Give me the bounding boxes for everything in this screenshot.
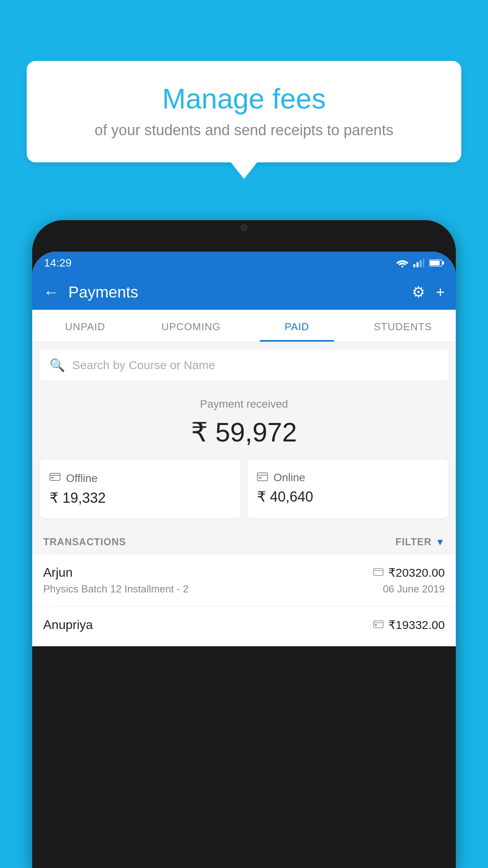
wifi-icon	[396, 259, 409, 267]
back-button[interactable]: ←	[43, 283, 59, 301]
tab-upcoming[interactable]: UPCOMING	[138, 310, 244, 342]
status-time: 14:29	[44, 257, 72, 269]
app-header: ← Payments ⚙ +	[32, 274, 456, 310]
search-icon: 🔍	[50, 358, 65, 373]
add-button[interactable]: +	[436, 284, 445, 301]
transactions-label: TRANSACTIONS	[43, 536, 126, 548]
signal-icon	[413, 259, 424, 267]
app-content: 🔍 Search by Course or Name Payment recei…	[32, 342, 456, 646]
svg-rect-18	[375, 624, 377, 626]
search-bar[interactable]: 🔍 Search by Course or Name	[40, 350, 448, 381]
svg-rect-13	[259, 477, 262, 478]
offline-amount: ₹ 19,332	[50, 490, 231, 506]
payment-cards: Offline ₹ 19,332 Online	[32, 460, 456, 529]
phone-frame: 14:29	[32, 220, 456, 868]
camera	[240, 224, 248, 231]
online-label: Online	[273, 471, 305, 484]
online-icon	[257, 472, 268, 484]
svg-rect-7	[430, 261, 440, 265]
offline-card: Offline ₹ 19,332	[40, 460, 240, 518]
transaction-arjun-amount-row: ₹20320.00	[373, 566, 445, 579]
svg-rect-2	[416, 262, 418, 267]
svg-rect-6	[442, 261, 444, 265]
transaction-arjun-date: 06 June 2019	[383, 583, 445, 595]
transaction-arjun-name: Arjun	[43, 565, 73, 580]
transaction-arjun-bottom: Physics Batch 12 Installment - 2 06 June…	[43, 583, 445, 595]
svg-point-0	[402, 266, 404, 268]
transaction-arjun-icon	[373, 566, 383, 579]
transaction-anupriya-amount: ₹19332.00	[388, 618, 445, 632]
transaction-arjun[interactable]: Arjun ₹20320.00 Physics Batch 12 Install…	[32, 554, 456, 606]
transaction-arjun-desc: Physics Batch 12 Installment - 2	[43, 583, 189, 595]
payment-received-section: Payment received ₹ 59,972	[32, 381, 456, 460]
speech-bubble: Manage fees of your students and send re…	[27, 61, 461, 162]
online-amount: ₹ 40,640	[257, 489, 438, 505]
tab-unpaid[interactable]: UNPAID	[32, 310, 138, 342]
transaction-arjun-amount: ₹20320.00	[388, 566, 445, 579]
header-title: Payments	[68, 283, 402, 301]
tab-students[interactable]: STUDENTS	[350, 310, 456, 342]
phone-notch	[222, 220, 266, 235]
offline-icon	[50, 471, 61, 485]
header-icons: ⚙ +	[412, 283, 445, 301]
svg-rect-4	[423, 259, 424, 267]
tab-paid[interactable]: PAID	[244, 310, 350, 342]
status-bar: 14:29	[32, 252, 456, 274]
offline-card-top: Offline	[50, 471, 231, 485]
transactions-header: TRANSACTIONS FILTER ▼	[32, 529, 456, 554]
transaction-anupriya-name: Anupriya	[43, 618, 93, 632]
bubble-title: Manage fees	[50, 83, 438, 115]
payment-received-label: Payment received	[40, 398, 448, 410]
payment-received-amount: ₹ 59,972	[40, 417, 448, 448]
svg-rect-8	[50, 473, 60, 480]
online-card-top: Online	[257, 471, 438, 484]
status-icons	[396, 259, 444, 267]
battery-icon	[429, 259, 444, 267]
search-input[interactable]: Search by Course or Name	[72, 359, 215, 372]
transaction-anupriya-amount-row: ₹19332.00	[373, 618, 445, 632]
offline-label: Offline	[66, 472, 97, 485]
svg-rect-1	[413, 264, 415, 267]
svg-rect-11	[257, 473, 268, 481]
online-card: Online ₹ 40,640	[248, 460, 448, 518]
transaction-anupriya[interactable]: Anupriya ₹19332.00	[32, 606, 456, 646]
filter-icon: ▼	[435, 537, 445, 548]
filter-label: FILTER	[396, 536, 432, 548]
filter-section[interactable]: FILTER ▼	[396, 536, 445, 548]
svg-rect-14	[374, 568, 383, 576]
transaction-arjun-top: Arjun ₹20320.00	[43, 565, 445, 580]
transaction-anupriya-top: Anupriya ₹19332.00	[43, 618, 445, 632]
phone-screen: 14:29	[32, 252, 456, 646]
settings-button[interactable]: ⚙	[412, 283, 425, 301]
svg-rect-3	[420, 260, 422, 267]
bubble-subtitle: of your students and send receipts to pa…	[50, 122, 438, 139]
transaction-anupriya-icon	[373, 619, 383, 631]
phone-top	[32, 220, 456, 252]
tabs-bar: UNPAID UPCOMING PAID STUDENTS	[32, 310, 456, 342]
svg-rect-10	[51, 477, 53, 478]
